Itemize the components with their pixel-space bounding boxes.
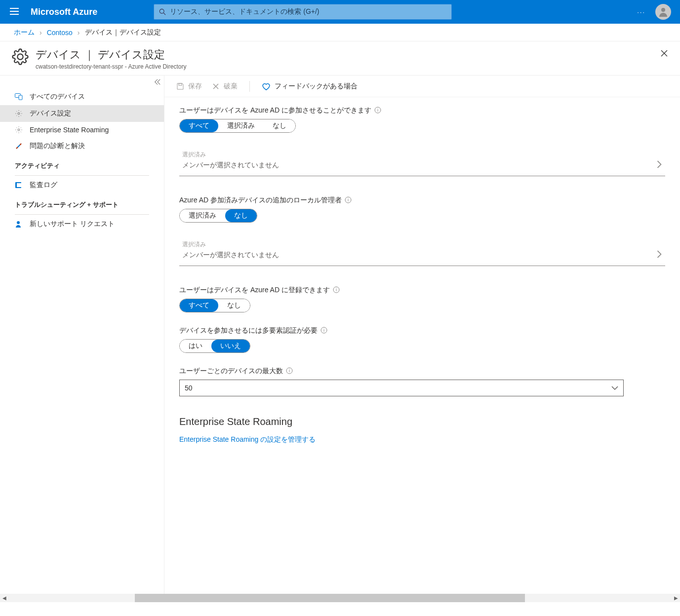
- search-placeholder: リソース、サービス、ドキュメントの検索 (G+/): [170, 7, 319, 16]
- scrollbar-track[interactable]: [8, 594, 672, 602]
- svg-text:i: i: [348, 197, 349, 202]
- page-title: デバイス ｜ デバイス設定: [36, 47, 186, 62]
- sidebar-section-activity: アクティビティ: [0, 154, 164, 173]
- admins-member-picker[interactable]: 選択済み メンバーが選択されていません: [179, 237, 665, 266]
- join-option-selected[interactable]: 選択済み: [218, 119, 264, 132]
- svg-text:i: i: [377, 108, 378, 113]
- collapse-sidebar-button[interactable]: [154, 78, 161, 87]
- breadcrumb-home[interactable]: ホーム: [14, 28, 35, 37]
- wrench-icon: [15, 142, 23, 150]
- info-icon[interactable]: i: [320, 327, 327, 335]
- sidebar-item-label: 監査ログ: [30, 181, 57, 190]
- setting-admins-label: Azure AD 参加済みデバイスの追加のローカル管理者: [179, 196, 342, 205]
- breadcrumb-current: デバイス｜デバイス設定: [85, 28, 161, 37]
- topbar-more-button[interactable]: ···: [632, 8, 650, 16]
- person-icon: [657, 6, 669, 18]
- svg-point-0: [160, 9, 164, 13]
- info-icon[interactable]: i: [333, 286, 340, 295]
- heart-icon: [262, 82, 271, 90]
- join-option-all[interactable]: すべて: [180, 119, 218, 132]
- mfa-option-no[interactable]: いいえ: [211, 340, 250, 352]
- register-option-none[interactable]: なし: [218, 299, 250, 312]
- breadcrumb: ホーム › Contoso › デバイス｜デバイス設定: [0, 24, 680, 41]
- member-picker-label: 選択済み: [182, 151, 656, 159]
- join-option-none[interactable]: なし: [264, 119, 295, 132]
- setting-register-label: ユーザーはデバイスを Azure AD に登録できます: [179, 286, 330, 295]
- scroll-left-arrow[interactable]: ◀: [0, 594, 8, 602]
- member-picker-label: 選択済み: [182, 240, 656, 249]
- sidebar-item-esr[interactable]: Enterprise State Roaming: [0, 122, 164, 138]
- hamburger-icon: [10, 8, 19, 15]
- svg-rect-4: [19, 95, 22, 100]
- chevron-down-icon: [611, 385, 618, 390]
- sidebar-item-label: 新しいサポート リクエスト: [30, 220, 115, 229]
- breadcrumb-contoso[interactable]: Contoso: [47, 29, 73, 37]
- save-button[interactable]: 保存: [171, 82, 207, 91]
- sidebar-item-new-support-request[interactable]: 新しいサポート リクエスト: [0, 216, 164, 232]
- chevron-double-left-icon: [154, 78, 161, 85]
- page-subtitle: cwatson-testdirectory-tenant-sspr - Azur…: [36, 63, 186, 70]
- search-icon: [159, 8, 166, 15]
- setting-join-label: ユーザーはデバイスを Azure AD に参加させることができます: [179, 106, 371, 115]
- chevron-right-icon: [656, 160, 665, 170]
- sidebar-item-label: すべてのデバイス: [30, 92, 85, 101]
- member-picker-value: メンバーが選択されていません: [182, 251, 656, 260]
- svg-point-9: [17, 221, 20, 224]
- admins-option-selected[interactable]: 選択済み: [180, 209, 225, 222]
- close-icon: [660, 49, 668, 57]
- esr-manage-link[interactable]: Enterprise State Roaming の設定を管理する: [179, 435, 316, 443]
- svg-rect-10: [179, 83, 182, 85]
- sidebar-item-label: デバイス設定: [30, 109, 71, 118]
- gear-icon: [12, 48, 29, 67]
- mfa-toggle[interactable]: はい いいえ: [179, 339, 250, 353]
- feedback-label: フィードバックがある場合: [275, 82, 358, 91]
- join-toggle[interactable]: すべて 選択済み なし: [179, 119, 296, 133]
- search-box[interactable]: リソース、サービス、ドキュメントの検索 (G+/): [154, 4, 452, 20]
- close-button[interactable]: [658, 47, 670, 61]
- gear-icon: [15, 110, 23, 117]
- svg-point-6: [18, 129, 20, 131]
- setting-mfa-label: デバイスを参加させるには多要素認証が必要: [179, 326, 318, 335]
- gear-icon: [15, 126, 23, 134]
- svg-text:i: i: [289, 368, 290, 373]
- support-person-icon: [15, 220, 23, 228]
- feedback-button[interactable]: フィードバックがある場合: [257, 82, 362, 91]
- info-icon[interactable]: i: [286, 367, 293, 376]
- devices-icon: [15, 93, 23, 100]
- join-member-picker[interactable]: 選択済み メンバーが選択されていません: [179, 148, 665, 176]
- svg-point-2: [661, 8, 665, 12]
- horizontal-scrollbar[interactable]: ◀ ▶: [0, 594, 680, 602]
- sidebar-item-audit-logs[interactable]: 監査ログ: [0, 177, 164, 193]
- discard-button[interactable]: 破棄: [207, 82, 242, 91]
- sidebar-item-device-settings[interactable]: デバイス設定: [0, 105, 164, 122]
- sidebar-item-label: Enterprise State Roaming: [30, 126, 109, 134]
- book-icon: [15, 182, 23, 189]
- register-option-all[interactable]: すべて: [180, 299, 218, 312]
- scrollbar-thumb[interactable]: [135, 594, 525, 602]
- svg-text:i: i: [323, 328, 324, 333]
- info-icon[interactable]: i: [345, 196, 352, 205]
- dropdown-value: 50: [185, 384, 611, 392]
- mfa-option-yes[interactable]: はい: [180, 340, 211, 352]
- scroll-right-arrow[interactable]: ▶: [672, 594, 680, 602]
- sidebar-section-support: トラブルシューティング + サポート: [0, 193, 164, 212]
- setting-max-label: ユーザーごとのデバイスの最大数: [179, 367, 283, 376]
- register-toggle[interactable]: すべて なし: [179, 299, 250, 312]
- save-icon: [176, 82, 184, 90]
- discard-label: 破棄: [224, 82, 238, 91]
- info-icon[interactable]: i: [374, 107, 381, 115]
- chevron-right-icon: [656, 250, 665, 260]
- svg-line-1: [164, 13, 166, 15]
- sidebar-item-diagnose[interactable]: 問題の診断と解決: [0, 138, 164, 154]
- admins-option-none[interactable]: なし: [225, 209, 257, 222]
- max-devices-dropdown[interactable]: 50: [179, 380, 624, 396]
- admins-toggle[interactable]: 選択済み なし: [179, 209, 257, 223]
- save-label: 保存: [188, 82, 202, 91]
- svg-point-5: [18, 113, 20, 115]
- svg-rect-8: [17, 183, 21, 187]
- sidebar-item-all-devices[interactable]: すべてのデバイス: [0, 88, 164, 105]
- svg-text:i: i: [336, 287, 337, 292]
- avatar[interactable]: [655, 4, 671, 20]
- menu-button[interactable]: [4, 8, 25, 16]
- esr-heading: Enterprise State Roaming: [179, 416, 665, 427]
